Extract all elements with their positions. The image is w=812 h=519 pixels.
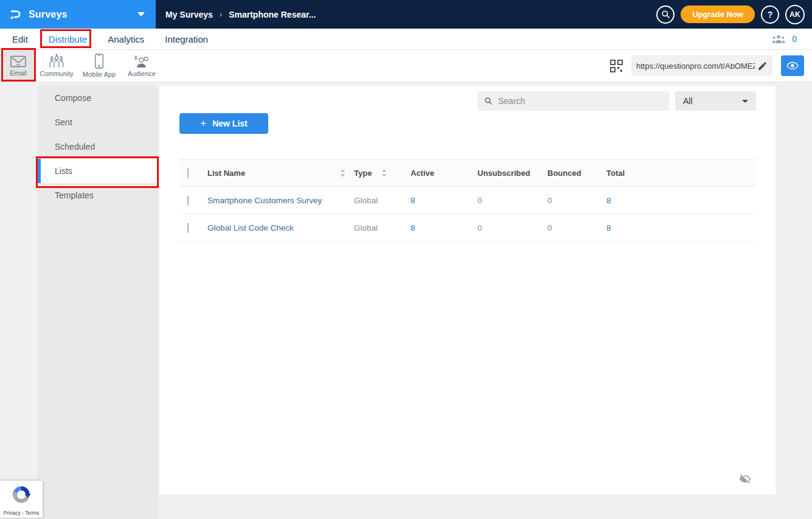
breadcrumb-current: Smartphone Resear... xyxy=(229,10,316,19)
channel-mobile-app[interactable]: Mobile App xyxy=(78,50,120,82)
caret-down-icon xyxy=(742,100,748,103)
questionpro-logo-icon xyxy=(9,8,23,21)
new-list-label: New List xyxy=(212,119,248,128)
audience-icon: $ xyxy=(133,54,150,68)
sidebar-item-scheduled[interactable]: Scheduled xyxy=(38,134,158,159)
distribute-toolbar: Email Community Mobile App $ xyxy=(0,50,812,82)
new-list-button[interactable]: + New List xyxy=(179,113,268,134)
tab-analytics[interactable]: Analytics xyxy=(106,30,145,47)
filter-value: All xyxy=(683,96,693,106)
list-type: Global xyxy=(354,187,411,214)
collaborators[interactable]: 0 xyxy=(772,34,797,44)
lists-panel: All + New List List Name xyxy=(159,86,776,494)
column-bounced: Bounced xyxy=(547,160,606,187)
search-icon xyxy=(661,10,670,19)
table-row: Global List Code Check Global 8 0 0 8 xyxy=(179,214,756,242)
email-sidebar: Compose Sent Scheduled Lists Templates xyxy=(38,86,158,519)
channel-label: Mobile App xyxy=(83,71,116,78)
table-header-row: List Name Type xyxy=(179,160,756,187)
lists-table: List Name Type xyxy=(179,159,756,242)
community-icon xyxy=(49,54,64,68)
edit-url-button[interactable] xyxy=(757,61,768,71)
eye-icon xyxy=(786,61,799,70)
column-total: Total xyxy=(606,160,756,187)
tab-integration[interactable]: Integration xyxy=(164,30,209,47)
column-active: Active xyxy=(411,160,477,187)
table-row: Smartphone Customers Survey Global 8 0 0… xyxy=(179,187,756,214)
sidebar-item-sent[interactable]: Sent xyxy=(38,110,158,134)
sort-icon[interactable] xyxy=(381,169,387,177)
total-count[interactable]: 8 xyxy=(606,187,756,214)
total-count[interactable]: 8 xyxy=(606,214,756,242)
plus-icon: + xyxy=(200,117,206,130)
recaptcha-label[interactable]: Privacy - Terms xyxy=(4,510,39,516)
breadcrumb-separator: › xyxy=(220,10,222,19)
chevron-down-icon[interactable] xyxy=(137,12,145,16)
column-type[interactable]: Type xyxy=(354,169,372,178)
search-icon xyxy=(484,97,493,105)
preview-survey-button[interactable] xyxy=(781,55,804,76)
upgrade-now-button[interactable]: Upgrade Now xyxy=(681,5,755,23)
qr-code-icon xyxy=(610,60,623,72)
column-unsubscribed: Unsubscribed xyxy=(477,160,547,187)
mobile-app-icon xyxy=(94,54,104,69)
survey-url-field xyxy=(631,55,772,76)
tab-bar: Edit Distribute Analytics Integration 0 xyxy=(0,29,812,50)
bounced-count: 0 xyxy=(547,187,606,214)
sidebar-item-templates[interactable]: Templates xyxy=(38,183,158,207)
unsubscribed-count: 0 xyxy=(477,187,547,214)
breadcrumb: My Surveys › Smartphone Resear... xyxy=(165,10,316,19)
recaptcha-badge[interactable]: Privacy - Terms xyxy=(0,481,43,518)
top-header: Surveys My Surveys › Smartphone Resear..… xyxy=(0,0,812,29)
search-button[interactable] xyxy=(656,5,675,24)
help-button[interactable]: ? xyxy=(761,5,779,24)
sort-icon[interactable] xyxy=(340,169,345,177)
list-name-link[interactable]: Smartphone Customers Survey xyxy=(207,196,322,205)
active-count[interactable]: 8 xyxy=(411,187,477,214)
row-checkbox[interactable] xyxy=(187,195,189,206)
people-icon xyxy=(772,35,785,44)
search-input[interactable] xyxy=(498,96,662,106)
tab-distribute[interactable]: Distribute xyxy=(47,30,88,47)
channel-email[interactable]: Email xyxy=(1,50,35,82)
channel-label: Email xyxy=(10,69,27,77)
avatar[interactable]: AK xyxy=(785,5,805,24)
feedback-hidden-button[interactable] xyxy=(739,473,751,486)
breadcrumb-root[interactable]: My Surveys xyxy=(165,10,213,19)
collaborators-count: 0 xyxy=(792,34,797,44)
tab-edit[interactable]: Edit xyxy=(11,30,29,47)
channel-community[interactable]: Community xyxy=(35,50,78,82)
channel-audience[interactable]: $ Audience xyxy=(120,50,163,82)
sidebar-item-lists[interactable]: Lists xyxy=(38,159,158,183)
list-filter-dropdown[interactable]: All xyxy=(675,91,756,111)
channel-label: Audience xyxy=(128,70,156,77)
svg-text:$: $ xyxy=(134,54,138,61)
survey-url-input[interactable] xyxy=(636,61,755,71)
select-all-checkbox[interactable] xyxy=(187,168,189,178)
active-count[interactable]: 8 xyxy=(411,214,477,242)
search-box xyxy=(477,91,669,111)
column-list-name[interactable]: List Name xyxy=(207,169,245,178)
app-name: Surveys xyxy=(29,9,68,20)
list-type: Global xyxy=(354,214,411,242)
recaptcha-logo-icon xyxy=(10,484,32,506)
content-area: Compose Sent Scheduled Lists Templates A… xyxy=(0,82,812,519)
unsubscribed-count: 0 xyxy=(477,214,547,242)
app-switcher[interactable]: Surveys xyxy=(0,0,156,29)
row-checkbox[interactable] xyxy=(187,223,189,233)
pencil-icon xyxy=(757,61,768,71)
email-icon xyxy=(10,55,26,68)
sidebar-item-compose[interactable]: Compose xyxy=(38,86,158,110)
channel-label: Community xyxy=(40,70,74,77)
eye-off-icon xyxy=(739,473,751,486)
qr-code-button[interactable] xyxy=(610,60,623,72)
list-name-link[interactable]: Global List Code Check xyxy=(207,223,294,232)
bounced-count: 0 xyxy=(547,214,606,242)
